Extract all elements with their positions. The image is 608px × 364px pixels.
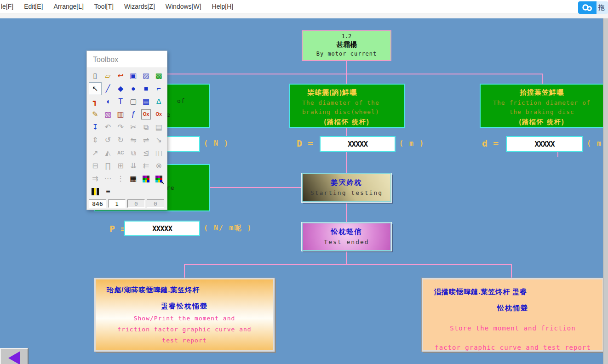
new-file-icon[interactable]: ▯ (89, 69, 102, 82)
info-bottom: (踏楅怀 统杆) (290, 118, 404, 126)
start-testing-button[interactable]: 姜宊妗枕 Starting testing (302, 173, 391, 202)
realtime-curve-icon[interactable]: ▧ (102, 108, 115, 121)
step-subtitle: By motor current (303, 51, 390, 57)
report-tool-icon[interactable]: ▤ (140, 95, 153, 108)
cut-icon[interactable]: ✂ (127, 121, 140, 134)
line-width-icon[interactable]: ≡ (102, 185, 115, 198)
open-file-icon[interactable]: ▱ (102, 69, 115, 82)
save-icon[interactable]: ▣ (127, 69, 140, 82)
diameter-small-d-label: d = (482, 138, 499, 149)
center-in-page-icon[interactable]: ⊗ (152, 159, 165, 172)
flip-horizontal-icon[interactable]: ⇋ (127, 134, 140, 147)
baidu-chip[interactable]: 拖 (597, 1, 608, 14)
rocket-icon[interactable]: ∆ (152, 95, 165, 108)
dots-vertical-icon[interactable]: ⋮ (114, 172, 127, 185)
select-cursor-icon[interactable]: ↖ (89, 82, 102, 95)
toolbox-num-4[interactable] (147, 199, 164, 208)
menu-bar: le[F]Edit[E]Arrange[L]Tool[T]Wizards[Z]W… (0, 0, 608, 13)
text-tool-icon[interactable]: T (114, 95, 127, 108)
report-subtitle-cn: 盄睿忪枕悀檾 (100, 302, 269, 311)
arrange-icon[interactable]: ↗ (89, 147, 102, 159)
polyline-tool-icon[interactable]: ⌐ (152, 82, 165, 95)
align-center-icon[interactable]: ⊞ (114, 159, 127, 172)
display-config-icon[interactable]: ▩ (152, 69, 165, 82)
rounded-rect-tool-icon[interactable]: ▢ (127, 95, 140, 108)
exit-door-icon[interactable]: ↩ (114, 69, 127, 82)
toolbox-num-1[interactable] (89, 199, 106, 208)
menu-tool[interactable]: Tool[T] (94, 3, 114, 10)
cloud-logo-icon (581, 3, 593, 12)
toolbox-palette[interactable]: Toolbox ▯▱↩▣▨▩↖╱◆●■⌐┓◖T▢▤∆✎▧▥ƒOxOx↧↶↷✂⧉▤… (86, 51, 167, 210)
back-arrow-icon (8, 351, 20, 364)
ellipse-tool-icon[interactable]: ● (127, 82, 140, 95)
step-number: 1.2 (303, 33, 390, 40)
flip-vertical-icon[interactable]: ⇌ (140, 134, 153, 147)
align-right-icon[interactable]: ⇉ (89, 172, 102, 185)
line-color-icon[interactable]: ↖ (152, 172, 165, 185)
rotate-left-icon[interactable]: ↺ (102, 134, 115, 147)
text-case-icon[interactable]: AC (114, 147, 127, 159)
nudge-icon[interactable]: ↘ (152, 134, 165, 147)
line-style-icon[interactable] (89, 185, 102, 198)
dots-horizontal-icon[interactable]: ⋯ (102, 172, 115, 185)
toolbox-num-2[interactable] (108, 199, 126, 208)
toolbox-number-inputs (87, 198, 167, 208)
diameter-small-d-value: XXXXX (534, 140, 554, 148)
connector-line (346, 61, 347, 74)
distribute-vertical-icon[interactable]: ⇊ (127, 159, 140, 172)
rotate-free-icon[interactable]: ◭ (102, 147, 115, 159)
mirror-icon[interactable]: ⊴ (140, 147, 153, 159)
report-description-line: friction factor graphic curve and (100, 326, 269, 333)
menu-wizards[interactable]: Wizards[Z] (124, 3, 155, 10)
menu-edit[interactable]: Edit[E] (24, 3, 43, 10)
connector-line (210, 187, 302, 188)
copy-icon[interactable]: ⧉ (140, 121, 153, 134)
pipe-tool-icon[interactable]: ┓ (89, 95, 102, 108)
align-left-icon[interactable]: ⇇ (140, 159, 153, 172)
rectangle-tool-icon[interactable]: ■ (140, 82, 153, 95)
store-report-button[interactable]: 淐擋唼愜噑鏈.葉笠炵杆 盄睿 忪枕悀檾 Store the moment and… (422, 278, 604, 352)
vertical-scrollbar[interactable] (603, 18, 608, 364)
menu-arrange[interactable]: Arrange[L] (53, 3, 83, 10)
duplicate-icon[interactable]: ⧉ (127, 147, 140, 159)
cursor-overlay-icon: ↖ (161, 181, 165, 185)
diameter-d-input-field[interactable]: XXXXX (320, 136, 396, 152)
tag-boxed-icon[interactable]: Ox (140, 108, 153, 121)
pressure-value: XXXXX (152, 224, 172, 233)
menu-windows[interactable]: Windows[W] (166, 3, 201, 10)
show-print-report-button[interactable]: 珆彪/湖荶唼愜噑鏈.葉笠炵杆 盄睿忪枕悀檾 Show/Print the mom… (94, 278, 275, 352)
spacing-icon[interactable]: ◫ (152, 147, 165, 159)
start-testing-title: 姜宊妗枕 (303, 178, 390, 187)
arc-tool-icon[interactable]: ◖ (102, 95, 115, 108)
menu-file[interactable]: le[F] (1, 3, 13, 10)
redo-icon[interactable]: ↷ (114, 121, 127, 134)
baidu-netdisk-icon[interactable] (578, 1, 597, 14)
connector-line (184, 264, 512, 265)
formula-icon[interactable]: ƒ (127, 108, 140, 121)
undo-icon[interactable]: ↶ (102, 121, 115, 134)
back-button[interactable] (0, 348, 29, 364)
scale-icon[interactable]: ⇕ (89, 134, 102, 147)
tag-icon[interactable]: Ox (152, 108, 165, 121)
diameter-small-d-input-field[interactable]: XXXXX (506, 136, 583, 152)
rotate-right-icon[interactable]: ↻ (114, 134, 127, 147)
print-preview-icon[interactable]: ▨ (140, 69, 153, 82)
distribute-horizontal-icon[interactable]: ∏ (102, 159, 115, 172)
menu-help[interactable]: Help[H] (212, 3, 234, 10)
baidu-chip-label: 拖 (598, 4, 605, 12)
info-box-brake-disc-diameter: 枈雄擺(謪)鮮嘿 The diameter of the braking dis… (289, 84, 405, 128)
connector-line (557, 152, 558, 157)
grid-toggle-icon[interactable]: ▦ (127, 172, 140, 185)
history-curve-icon[interactable]: ▥ (114, 108, 127, 121)
pressure-input-field[interactable]: XXXXX (124, 221, 200, 236)
new-script-icon[interactable]: ✎ (89, 108, 102, 121)
line-tool-icon[interactable]: ╱ (102, 82, 115, 95)
paste-icon[interactable]: ▤ (152, 121, 165, 134)
toolbox-num-3[interactable] (127, 199, 145, 208)
variable-export-icon[interactable]: ↧ (89, 121, 102, 134)
force-unit-label: ( N ) (204, 139, 229, 148)
fill-color-icon[interactable] (140, 172, 153, 185)
test-ended-button[interactable]: 忪枕蛏倌 Test ended (302, 222, 391, 251)
align-bottom-icon[interactable]: ⊟ (89, 159, 102, 172)
polygon-tool-icon[interactable]: ◆ (114, 82, 127, 95)
